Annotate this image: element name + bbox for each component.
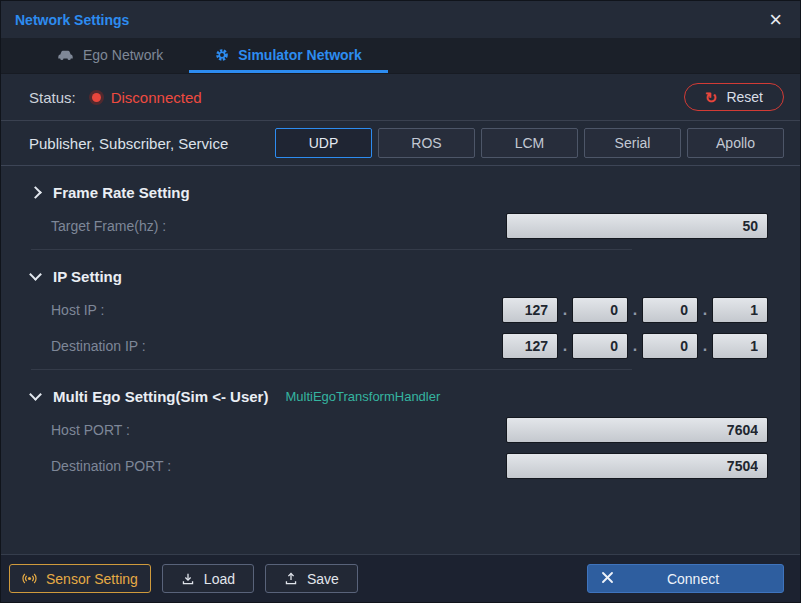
upload-icon [284, 572, 298, 586]
tab-label: Simulator Network [238, 47, 362, 63]
destination-port-input[interactable] [506, 453, 768, 479]
ip-separator: . [561, 337, 569, 355]
ip-section-header[interactable]: IP Setting [31, 265, 784, 287]
tab-label: Ego Network [83, 47, 163, 63]
chevron-down-icon [29, 268, 42, 281]
tab-ego-network[interactable]: Ego Network [31, 39, 189, 73]
destination-ip-octet-2[interactable] [572, 333, 628, 359]
destination-ip-inputs: . . . [502, 333, 768, 359]
status-dot-icon [92, 93, 101, 102]
save-button[interactable]: Save [265, 564, 358, 593]
connect-icon [600, 570, 615, 588]
status-row: Status: Disconnected ↻ Reset [1, 74, 800, 120]
car-icon [57, 48, 74, 61]
footer-bar: Sensor Setting Load Save [1, 554, 800, 602]
tab-simulator-network[interactable]: Simulator Network [189, 39, 388, 73]
chevron-right-icon [29, 186, 42, 199]
ip-separator: . [631, 301, 639, 319]
protocol-button-group: UDP ROS LCM Serial Apollo [275, 128, 784, 158]
settings-content: Frame Rate Setting Target Frame(hz) : IP… [1, 166, 800, 554]
destination-ip-label: Destination IP : [51, 338, 146, 354]
status-label: Status: [29, 89, 76, 106]
tab-bar: Ego Network Simulator Network [1, 39, 800, 74]
host-ip-octet-3[interactable] [642, 297, 698, 323]
refresh-icon: ↻ [705, 90, 718, 105]
divider [31, 369, 632, 370]
sensor-setting-button[interactable]: Sensor Setting [9, 564, 151, 593]
protocol-row: Publisher, Subscriber, Service UDP ROS L… [1, 121, 800, 165]
host-ip-octet-4[interactable] [712, 297, 768, 323]
gear-icon [215, 48, 229, 62]
ip-separator: . [701, 337, 709, 355]
close-icon[interactable]: × [767, 9, 784, 31]
destination-ip-octet-4[interactable] [712, 333, 768, 359]
protocol-apollo-button[interactable]: Apollo [687, 128, 784, 158]
host-port-input[interactable] [506, 417, 768, 443]
reset-button[interactable]: ↻ Reset [684, 83, 784, 111]
status-value: Disconnected [111, 89, 202, 106]
ip-separator: . [631, 337, 639, 355]
divider [31, 249, 632, 250]
load-button[interactable]: Load [162, 564, 254, 593]
target-frame-row: Target Frame(hz) : [1, 213, 800, 239]
destination-port-row: Destination PORT : [1, 453, 800, 479]
protocol-serial-button[interactable]: Serial [584, 128, 681, 158]
destination-ip-octet-3[interactable] [642, 333, 698, 359]
host-ip-octet-2[interactable] [572, 297, 628, 323]
ip-separator: . [561, 301, 569, 319]
host-ip-octet-1[interactable] [502, 297, 558, 323]
target-frame-label: Target Frame(hz) : [51, 218, 166, 234]
frame-rate-section-header[interactable]: Frame Rate Setting [31, 181, 784, 203]
target-frame-input[interactable] [506, 213, 768, 239]
host-port-row: Host PORT : [1, 417, 800, 443]
host-ip-inputs: . . . [502, 297, 768, 323]
handler-name: MultiEgoTransformHandler [285, 389, 440, 404]
ip-separator: . [701, 301, 709, 319]
destination-ip-row: Destination IP : . . . [1, 333, 800, 359]
protocol-ros-button[interactable]: ROS [378, 128, 475, 158]
connect-button[interactable]: Connect [587, 564, 784, 593]
host-port-label: Host PORT : [51, 422, 130, 438]
protocol-udp-button[interactable]: UDP [275, 128, 372, 158]
host-ip-label: Host IP : [51, 302, 104, 318]
download-icon [181, 572, 195, 586]
dialog-title: Network Settings [15, 12, 129, 28]
protocol-lcm-button[interactable]: LCM [481, 128, 578, 158]
destination-ip-octet-1[interactable] [502, 333, 558, 359]
titlebar: Network Settings × [1, 1, 800, 39]
protocol-label: Publisher, Subscriber, Service [29, 135, 228, 152]
multi-ego-section-header[interactable]: Multi Ego Setting(Sim <- User) MultiEgoT… [31, 385, 784, 407]
host-ip-row: Host IP : . . . [1, 297, 800, 323]
network-settings-dialog: Network Settings × Ego Network Simulator… [0, 0, 801, 603]
chevron-down-icon [29, 388, 42, 401]
destination-port-label: Destination PORT : [51, 458, 171, 474]
broadcast-icon [22, 571, 37, 586]
